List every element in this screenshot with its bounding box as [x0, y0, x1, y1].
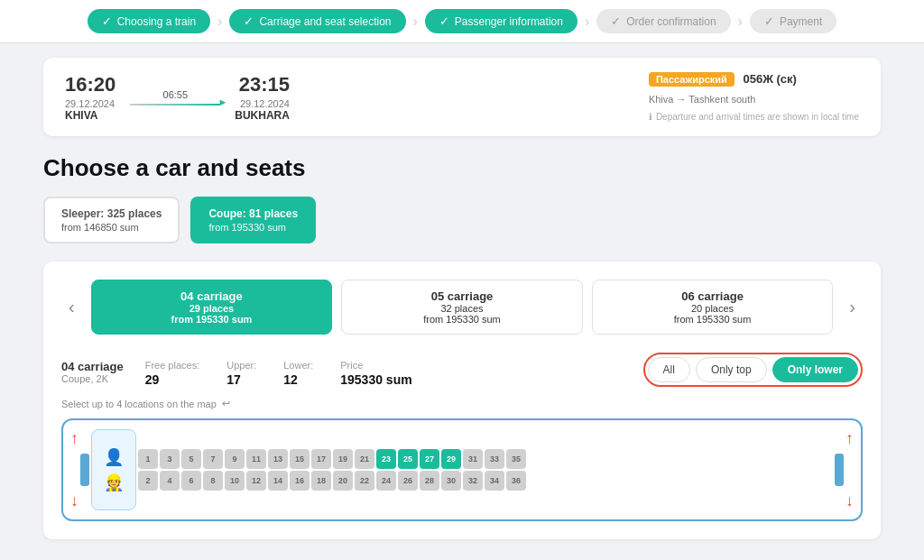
seat-column: 1718	[311, 449, 331, 491]
departure-time: 16:20	[65, 73, 116, 96]
step-order-confirmation[interactable]: ✓ Order confirmation	[596, 9, 730, 33]
filter-only-lower-button[interactable]: Only lower	[772, 357, 858, 382]
seat-14[interactable]: 14	[268, 471, 288, 491]
seat-16[interactable]: 16	[290, 471, 310, 491]
seat-1[interactable]: 1	[138, 449, 158, 469]
map-hint: Select up to 4 locations on the map ↩	[61, 398, 863, 409]
seat-27[interactable]: 27	[420, 449, 439, 469]
seat-5[interactable]: 5	[181, 449, 201, 469]
step3-label: Passenger information	[455, 15, 563, 28]
seat-17[interactable]: 17	[311, 449, 331, 469]
progress-bar: ✓ Choosing a train › ✓ Carriage and seat…	[0, 0, 924, 43]
conductor-icon: 👷	[104, 473, 124, 492]
person-icon: 👤	[104, 447, 124, 467]
seat-6[interactable]: 6	[181, 471, 201, 491]
seat-22[interactable]: 22	[355, 471, 374, 491]
seat-7[interactable]: 7	[203, 449, 223, 469]
seat-31[interactable]: 31	[463, 449, 483, 469]
seat-32[interactable]: 32	[463, 471, 483, 491]
seat-column: 2728	[420, 449, 439, 491]
seat-20[interactable]: 20	[333, 471, 353, 491]
seat-12[interactable]: 12	[246, 471, 266, 491]
seat-10[interactable]: 10	[225, 471, 245, 491]
step1-check-icon: ✓	[102, 14, 112, 28]
upper-label: Upper:	[226, 360, 256, 371]
seat-column: 910	[225, 449, 245, 491]
step-choosing-train[interactable]: ✓ Choosing a train	[88, 9, 210, 33]
departure-date: 29.12.2024	[65, 98, 116, 109]
seat-34[interactable]: 34	[485, 471, 504, 491]
coupe-label: Coupe: 81 places	[208, 207, 298, 220]
seat-36[interactable]: 36	[506, 471, 526, 491]
carriage-row: ‹ 04 carriage 29 places from 195330 sum …	[61, 280, 863, 335]
seat-column: 2930	[441, 449, 461, 491]
step2-label: Carriage and seat selection	[259, 15, 391, 28]
seat-11[interactable]: 11	[246, 449, 266, 469]
arrival-date: 29.12.2024	[235, 98, 290, 109]
step4-label: Order confirmation	[626, 15, 716, 28]
carriage06-places: 20 places	[605, 303, 820, 314]
train-seat-map: ↑ ↓ 👤 👷 12345678910111213141516171819202…	[61, 418, 863, 521]
seat-column: 2324	[376, 449, 396, 491]
car-type-buttons: Sleeper: 325 places from 146850 sum Coup…	[43, 197, 881, 243]
seat-28[interactable]: 28	[420, 471, 439, 491]
seat-18[interactable]: 18	[311, 471, 331, 491]
selected-carriage-name: 04 carriage	[61, 360, 124, 373]
upper-val: 17	[226, 372, 256, 387]
stat-free: Free places: 29	[145, 360, 200, 387]
carriage-prev-button[interactable]: ‹	[61, 293, 82, 321]
lower-label: Lower:	[283, 360, 313, 371]
free-places-label: Free places:	[145, 360, 200, 371]
car-type-sleeper[interactable]: Sleeper: 325 places from 146850 sum	[43, 197, 180, 243]
carriage-next-button[interactable]: ›	[842, 293, 863, 321]
hint-arrow-icon: ↩	[222, 398, 230, 409]
seat-8[interactable]: 8	[203, 471, 223, 491]
carriage-card-05[interactable]: 05 carriage 32 places from 195330 sum	[341, 280, 583, 335]
time-note: ℹ Departure and arrival times are shown …	[649, 112, 859, 122]
seat-column: 12	[138, 449, 158, 491]
arrow-down-right-icon: ↓	[845, 491, 854, 510]
seat-21[interactable]: 21	[355, 449, 374, 469]
sleeper-title: Sleeper:	[61, 207, 104, 220]
info-icon: ℹ	[649, 112, 652, 122]
seat-column: 3334	[485, 449, 504, 491]
filter-all-button[interactable]: All	[648, 357, 690, 382]
seat-3[interactable]: 3	[160, 449, 180, 469]
travel-line	[130, 104, 220, 106]
seat-35[interactable]: 35	[506, 449, 526, 469]
seat-4[interactable]: 4	[160, 471, 180, 491]
seat-30[interactable]: 30	[441, 471, 461, 491]
seat-13[interactable]: 13	[268, 449, 288, 469]
filter-only-top-button[interactable]: Only top	[696, 357, 767, 382]
seat-29[interactable]: 29	[441, 449, 461, 469]
seat-33[interactable]: 33	[485, 449, 504, 469]
price-label: Price	[340, 360, 411, 371]
seat-25[interactable]: 25	[398, 449, 418, 469]
carriage05-places: 32 places	[355, 303, 569, 314]
step2-check-icon: ✓	[244, 14, 254, 28]
seat-23[interactable]: 23	[376, 449, 396, 469]
step-payment[interactable]: ✓ Payment	[750, 9, 836, 33]
seat-column: 34	[160, 449, 180, 491]
seat-15[interactable]: 15	[290, 449, 310, 469]
stat-lower: Lower: 12	[283, 360, 313, 387]
seat-19[interactable]: 19	[333, 449, 353, 469]
seat-26[interactable]: 26	[398, 471, 418, 491]
page-title: Choose a car and seats	[43, 154, 881, 182]
carriage-card-04[interactable]: 04 carriage 29 places from 195330 sum	[91, 280, 333, 335]
stat-upper: Upper: 17	[226, 360, 256, 387]
step-passenger-info[interactable]: ✓ Passenger information	[425, 9, 578, 33]
seat-column: 3132	[463, 449, 483, 491]
seat-2[interactable]: 2	[138, 471, 158, 491]
seat-column: 78	[203, 449, 223, 491]
staff-area: 👤 👷	[91, 429, 136, 510]
train-details: Пассажирский 056Ж (ск) Khiva → Tashkent …	[649, 72, 859, 122]
carriage-card-06[interactable]: 06 carriage 20 places from 195330 sum	[592, 280, 834, 335]
departure-block: 16:20 29.12.2024 KHIVA	[65, 73, 116, 122]
car-type-coupe[interactable]: Coupe: 81 places from 195330 sum	[190, 197, 316, 243]
coupe-title: Coupe:	[208, 207, 245, 220]
step-connector-4: ›	[738, 14, 743, 30]
seat-24[interactable]: 24	[376, 471, 396, 491]
step-carriage-seat[interactable]: ✓ Carriage and seat selection	[229, 9, 405, 33]
seat-9[interactable]: 9	[225, 449, 245, 469]
